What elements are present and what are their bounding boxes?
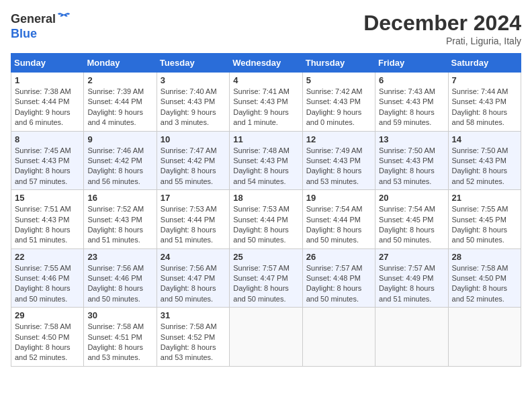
day-info: Sunrise: 7:55 AM Sunset: 4:45 PM Dayligh… bbox=[452, 204, 517, 246]
sunrise-label: Sunrise: 7:53 AM bbox=[233, 205, 290, 213]
sunrise-label: Sunrise: 7:56 AM bbox=[161, 264, 217, 272]
logo-blue-text: Blue bbox=[11, 27, 37, 41]
daylight-label: Daylight: 8 hours and 56 minutes. bbox=[87, 167, 143, 185]
day-number: 18 bbox=[233, 193, 298, 203]
day-number: 2 bbox=[87, 75, 152, 85]
day-number: 28 bbox=[452, 252, 517, 262]
daylight-label: Daylight: 8 hours and 50 minutes. bbox=[233, 226, 289, 244]
day-info: Sunrise: 7:39 AM Sunset: 4:44 PM Dayligh… bbox=[87, 87, 152, 128]
weekday-header: Tuesday bbox=[157, 54, 229, 73]
daylight-label: Daylight: 8 hours and 57 minutes. bbox=[15, 167, 71, 185]
day-number: 22 bbox=[15, 252, 80, 262]
day-info: Sunrise: 7:51 AM Sunset: 4:43 PM Dayligh… bbox=[15, 204, 80, 246]
day-info: Sunrise: 7:56 AM Sunset: 4:46 PM Dayligh… bbox=[87, 263, 152, 305]
day-number: 24 bbox=[161, 252, 226, 262]
calendar-cell: 1 Sunrise: 7:38 AM Sunset: 4:44 PM Dayli… bbox=[11, 73, 84, 132]
daylight-label: Daylight: 8 hours and 52 minutes. bbox=[452, 167, 508, 185]
daylight-label: Daylight: 8 hours and 50 minutes. bbox=[452, 226, 508, 244]
calendar-cell: 22 Sunrise: 7:55 AM Sunset: 4:46 PM Dayl… bbox=[11, 248, 84, 308]
sunrise-label: Sunrise: 7:47 AM bbox=[161, 146, 217, 154]
daylight-label: Daylight: 8 hours and 54 minutes. bbox=[233, 167, 289, 185]
sunset-label: Sunset: 4:42 PM bbox=[161, 156, 215, 165]
calendar-cell: 20 Sunrise: 7:54 AM Sunset: 4:45 PM Dayl… bbox=[375, 190, 448, 249]
calendar-header-row: SundayMondayTuesdayWednesdayThursdayFrid… bbox=[11, 54, 521, 73]
sunset-label: Sunset: 4:48 PM bbox=[306, 274, 361, 282]
daylight-label: Daylight: 9 hours and 3 minutes. bbox=[161, 108, 216, 126]
sunrise-label: Sunrise: 7:39 AM bbox=[87, 87, 144, 95]
sunset-label: Sunset: 4:44 PM bbox=[161, 216, 215, 224]
calendar-cell bbox=[448, 308, 521, 367]
daylight-label: Daylight: 9 hours and 0 minutes. bbox=[306, 108, 362, 126]
daylight-label: Daylight: 8 hours and 50 minutes. bbox=[233, 284, 289, 302]
calendar-cell: 13 Sunrise: 7:50 AM Sunset: 4:43 PM Dayl… bbox=[375, 131, 448, 190]
day-info: Sunrise: 7:54 AM Sunset: 4:45 PM Dayligh… bbox=[379, 204, 444, 246]
sunset-label: Sunset: 4:43 PM bbox=[15, 216, 69, 224]
sunrise-label: Sunrise: 7:58 AM bbox=[87, 322, 144, 330]
sunset-label: Sunset: 4:45 PM bbox=[452, 216, 506, 224]
daylight-label: Daylight: 8 hours and 50 minutes. bbox=[306, 226, 362, 244]
sunrise-label: Sunrise: 7:51 AM bbox=[15, 205, 71, 213]
calendar-cell bbox=[375, 308, 448, 367]
sunset-label: Sunset: 4:44 PM bbox=[306, 216, 361, 224]
sunset-label: Sunset: 4:49 PM bbox=[379, 274, 433, 282]
sunset-label: Sunset: 4:50 PM bbox=[15, 333, 69, 341]
daylight-label: Daylight: 8 hours and 50 minutes. bbox=[379, 226, 435, 244]
sunset-label: Sunset: 4:42 PM bbox=[87, 156, 142, 165]
daylight-label: Daylight: 8 hours and 51 minutes. bbox=[161, 226, 216, 244]
calendar-cell: 30 Sunrise: 7:58 AM Sunset: 4:51 PM Dayl… bbox=[84, 308, 157, 367]
header: General Blue December 2024 Prati, Liguri… bbox=[11, 11, 521, 46]
sunrise-label: Sunrise: 7:48 AM bbox=[233, 146, 290, 154]
sunrise-label: Sunrise: 7:57 AM bbox=[306, 264, 363, 272]
sunset-label: Sunset: 4:52 PM bbox=[161, 333, 215, 341]
calendar-cell: 18 Sunrise: 7:53 AM Sunset: 4:44 PM Dayl… bbox=[230, 190, 302, 249]
day-info: Sunrise: 7:55 AM Sunset: 4:46 PM Dayligh… bbox=[15, 263, 80, 305]
calendar-cell: 29 Sunrise: 7:58 AM Sunset: 4:50 PM Dayl… bbox=[11, 308, 84, 367]
calendar-cell: 15 Sunrise: 7:51 AM Sunset: 4:43 PM Dayl… bbox=[11, 190, 84, 249]
day-number: 1 bbox=[15, 75, 80, 85]
day-number: 20 bbox=[379, 193, 444, 203]
sunrise-label: Sunrise: 7:55 AM bbox=[452, 205, 508, 213]
daylight-label: Daylight: 9 hours and 6 minutes. bbox=[15, 108, 71, 126]
day-number: 30 bbox=[87, 310, 152, 320]
day-number: 27 bbox=[379, 252, 444, 262]
daylight-label: Daylight: 8 hours and 50 minutes. bbox=[87, 284, 143, 302]
calendar-cell: 31 Sunrise: 7:58 AM Sunset: 4:52 PM Dayl… bbox=[157, 308, 229, 367]
calendar-cell: 9 Sunrise: 7:46 AM Sunset: 4:42 PM Dayli… bbox=[84, 131, 157, 190]
sunset-label: Sunset: 4:43 PM bbox=[379, 97, 433, 105]
calendar-cell: 19 Sunrise: 7:54 AM Sunset: 4:44 PM Dayl… bbox=[302, 190, 375, 249]
sunrise-label: Sunrise: 7:49 AM bbox=[306, 146, 363, 154]
day-info: Sunrise: 7:52 AM Sunset: 4:43 PM Dayligh… bbox=[87, 204, 152, 246]
sunrise-label: Sunrise: 7:53 AM bbox=[161, 205, 217, 213]
calendar-cell bbox=[230, 308, 302, 367]
calendar-cell: 10 Sunrise: 7:47 AM Sunset: 4:42 PM Dayl… bbox=[157, 131, 229, 190]
daylight-label: Daylight: 9 hours and 4 minutes. bbox=[87, 108, 143, 126]
sunset-label: Sunset: 4:46 PM bbox=[15, 274, 69, 282]
daylight-label: Daylight: 8 hours and 52 minutes. bbox=[15, 343, 71, 361]
sunrise-label: Sunrise: 7:40 AM bbox=[161, 87, 217, 95]
calendar-cell: 7 Sunrise: 7:44 AM Sunset: 4:43 PM Dayli… bbox=[448, 73, 521, 132]
calendar-cell: 26 Sunrise: 7:57 AM Sunset: 4:48 PM Dayl… bbox=[302, 248, 375, 308]
weekday-header: Wednesday bbox=[230, 54, 302, 73]
sunrise-label: Sunrise: 7:45 AM bbox=[15, 146, 71, 154]
daylight-label: Daylight: 8 hours and 52 minutes. bbox=[452, 284, 508, 302]
daylight-label: Daylight: 9 hours and 1 minute. bbox=[233, 108, 289, 126]
sunset-label: Sunset: 4:43 PM bbox=[452, 156, 506, 165]
sunset-label: Sunset: 4:43 PM bbox=[379, 156, 433, 165]
calendar-cell: 4 Sunrise: 7:41 AM Sunset: 4:43 PM Dayli… bbox=[230, 73, 302, 132]
sunrise-label: Sunrise: 7:57 AM bbox=[379, 264, 435, 272]
sunset-label: Sunset: 4:44 PM bbox=[233, 216, 287, 224]
sunset-label: Sunset: 4:43 PM bbox=[161, 97, 215, 105]
sunrise-label: Sunrise: 7:50 AM bbox=[379, 146, 435, 154]
sunset-label: Sunset: 4:46 PM bbox=[87, 274, 142, 282]
calendar-cell: 6 Sunrise: 7:43 AM Sunset: 4:43 PM Dayli… bbox=[375, 73, 448, 132]
sunrise-label: Sunrise: 7:43 AM bbox=[379, 87, 435, 95]
day-number: 8 bbox=[15, 134, 80, 144]
day-number: 11 bbox=[233, 134, 298, 144]
daylight-label: Daylight: 8 hours and 59 minutes. bbox=[379, 108, 435, 126]
sunrise-label: Sunrise: 7:54 AM bbox=[379, 205, 435, 213]
daylight-label: Daylight: 8 hours and 53 minutes. bbox=[87, 343, 143, 361]
day-number: 23 bbox=[87, 252, 152, 262]
day-number: 31 bbox=[161, 310, 226, 320]
sunrise-label: Sunrise: 7:54 AM bbox=[306, 205, 363, 213]
sunrise-label: Sunrise: 7:52 AM bbox=[87, 205, 144, 213]
